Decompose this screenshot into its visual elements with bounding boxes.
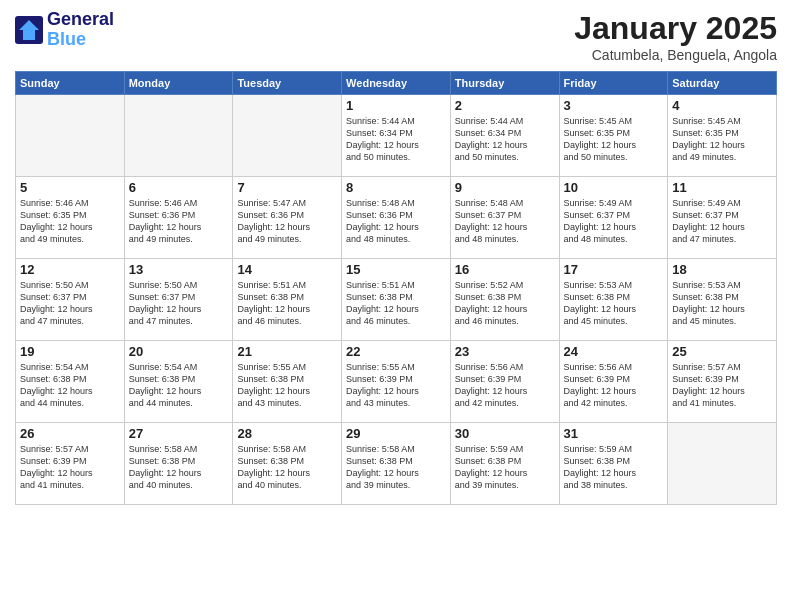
day-number: 18 (672, 262, 772, 277)
day-info: Sunrise: 5:58 AM Sunset: 6:38 PM Dayligh… (346, 443, 446, 492)
location-title: Catumbela, Benguela, Angola (574, 47, 777, 63)
day-info: Sunrise: 5:46 AM Sunset: 6:35 PM Dayligh… (20, 197, 120, 246)
calendar-cell: 23Sunrise: 5:56 AM Sunset: 6:39 PM Dayli… (450, 341, 559, 423)
day-info: Sunrise: 5:59 AM Sunset: 6:38 PM Dayligh… (564, 443, 664, 492)
calendar-cell: 24Sunrise: 5:56 AM Sunset: 6:39 PM Dayli… (559, 341, 668, 423)
calendar-cell: 7Sunrise: 5:47 AM Sunset: 6:36 PM Daylig… (233, 177, 342, 259)
day-info: Sunrise: 5:49 AM Sunset: 6:37 PM Dayligh… (672, 197, 772, 246)
day-info: Sunrise: 5:51 AM Sunset: 6:38 PM Dayligh… (346, 279, 446, 328)
weekday-header: Tuesday (233, 72, 342, 95)
weekday-header: Sunday (16, 72, 125, 95)
day-number: 15 (346, 262, 446, 277)
calendar-cell: 3Sunrise: 5:45 AM Sunset: 6:35 PM Daylig… (559, 95, 668, 177)
calendar-cell: 20Sunrise: 5:54 AM Sunset: 6:38 PM Dayli… (124, 341, 233, 423)
calendar-week-row: 26Sunrise: 5:57 AM Sunset: 6:39 PM Dayli… (16, 423, 777, 505)
day-info: Sunrise: 5:54 AM Sunset: 6:38 PM Dayligh… (20, 361, 120, 410)
day-number: 17 (564, 262, 664, 277)
header: General Blue January 2025 Catumbela, Ben… (15, 10, 777, 63)
day-number: 9 (455, 180, 555, 195)
day-info: Sunrise: 5:47 AM Sunset: 6:36 PM Dayligh… (237, 197, 337, 246)
day-number: 4 (672, 98, 772, 113)
calendar-cell: 25Sunrise: 5:57 AM Sunset: 6:39 PM Dayli… (668, 341, 777, 423)
day-info: Sunrise: 5:56 AM Sunset: 6:39 PM Dayligh… (455, 361, 555, 410)
day-info: Sunrise: 5:52 AM Sunset: 6:38 PM Dayligh… (455, 279, 555, 328)
calendar-cell: 26Sunrise: 5:57 AM Sunset: 6:39 PM Dayli… (16, 423, 125, 505)
day-number: 19 (20, 344, 120, 359)
day-number: 22 (346, 344, 446, 359)
calendar-cell: 29Sunrise: 5:58 AM Sunset: 6:38 PM Dayli… (342, 423, 451, 505)
day-info: Sunrise: 5:55 AM Sunset: 6:38 PM Dayligh… (237, 361, 337, 410)
day-number: 6 (129, 180, 229, 195)
calendar-cell: 11Sunrise: 5:49 AM Sunset: 6:37 PM Dayli… (668, 177, 777, 259)
calendar-cell: 14Sunrise: 5:51 AM Sunset: 6:38 PM Dayli… (233, 259, 342, 341)
calendar-cell: 2Sunrise: 5:44 AM Sunset: 6:34 PM Daylig… (450, 95, 559, 177)
calendar-cell: 5Sunrise: 5:46 AM Sunset: 6:35 PM Daylig… (16, 177, 125, 259)
weekday-header: Thursday (450, 72, 559, 95)
day-info: Sunrise: 5:58 AM Sunset: 6:38 PM Dayligh… (129, 443, 229, 492)
calendar-cell: 16Sunrise: 5:52 AM Sunset: 6:38 PM Dayli… (450, 259, 559, 341)
day-number: 10 (564, 180, 664, 195)
calendar-cell: 27Sunrise: 5:58 AM Sunset: 6:38 PM Dayli… (124, 423, 233, 505)
logo: General Blue (15, 10, 114, 50)
day-number: 20 (129, 344, 229, 359)
day-info: Sunrise: 5:54 AM Sunset: 6:38 PM Dayligh… (129, 361, 229, 410)
day-number: 3 (564, 98, 664, 113)
day-info: Sunrise: 5:48 AM Sunset: 6:36 PM Dayligh… (346, 197, 446, 246)
calendar-cell (233, 95, 342, 177)
day-number: 25 (672, 344, 772, 359)
calendar: SundayMondayTuesdayWednesdayThursdayFrid… (15, 71, 777, 505)
calendar-cell: 31Sunrise: 5:59 AM Sunset: 6:38 PM Dayli… (559, 423, 668, 505)
title-block: January 2025 Catumbela, Benguela, Angola (574, 10, 777, 63)
day-number: 13 (129, 262, 229, 277)
calendar-cell (668, 423, 777, 505)
calendar-cell: 10Sunrise: 5:49 AM Sunset: 6:37 PM Dayli… (559, 177, 668, 259)
day-number: 11 (672, 180, 772, 195)
calendar-week-row: 19Sunrise: 5:54 AM Sunset: 6:38 PM Dayli… (16, 341, 777, 423)
day-info: Sunrise: 5:58 AM Sunset: 6:38 PM Dayligh… (237, 443, 337, 492)
calendar-cell: 1Sunrise: 5:44 AM Sunset: 6:34 PM Daylig… (342, 95, 451, 177)
day-number: 26 (20, 426, 120, 441)
day-number: 21 (237, 344, 337, 359)
day-info: Sunrise: 5:45 AM Sunset: 6:35 PM Dayligh… (672, 115, 772, 164)
day-info: Sunrise: 5:56 AM Sunset: 6:39 PM Dayligh… (564, 361, 664, 410)
calendar-cell: 4Sunrise: 5:45 AM Sunset: 6:35 PM Daylig… (668, 95, 777, 177)
day-info: Sunrise: 5:50 AM Sunset: 6:37 PM Dayligh… (129, 279, 229, 328)
calendar-cell: 28Sunrise: 5:58 AM Sunset: 6:38 PM Dayli… (233, 423, 342, 505)
day-info: Sunrise: 5:53 AM Sunset: 6:38 PM Dayligh… (672, 279, 772, 328)
day-number: 2 (455, 98, 555, 113)
weekday-header: Saturday (668, 72, 777, 95)
day-info: Sunrise: 5:55 AM Sunset: 6:39 PM Dayligh… (346, 361, 446, 410)
day-info: Sunrise: 5:50 AM Sunset: 6:37 PM Dayligh… (20, 279, 120, 328)
day-info: Sunrise: 5:44 AM Sunset: 6:34 PM Dayligh… (346, 115, 446, 164)
calendar-week-row: 1Sunrise: 5:44 AM Sunset: 6:34 PM Daylig… (16, 95, 777, 177)
page: General Blue January 2025 Catumbela, Ben… (0, 0, 792, 612)
day-number: 31 (564, 426, 664, 441)
day-number: 28 (237, 426, 337, 441)
day-number: 7 (237, 180, 337, 195)
calendar-cell: 22Sunrise: 5:55 AM Sunset: 6:39 PM Dayli… (342, 341, 451, 423)
calendar-week-row: 12Sunrise: 5:50 AM Sunset: 6:37 PM Dayli… (16, 259, 777, 341)
day-info: Sunrise: 5:59 AM Sunset: 6:38 PM Dayligh… (455, 443, 555, 492)
day-number: 8 (346, 180, 446, 195)
calendar-cell: 6Sunrise: 5:46 AM Sunset: 6:36 PM Daylig… (124, 177, 233, 259)
day-info: Sunrise: 5:46 AM Sunset: 6:36 PM Dayligh… (129, 197, 229, 246)
day-number: 12 (20, 262, 120, 277)
day-number: 1 (346, 98, 446, 113)
day-number: 5 (20, 180, 120, 195)
day-number: 29 (346, 426, 446, 441)
month-title: January 2025 (574, 10, 777, 47)
day-info: Sunrise: 5:48 AM Sunset: 6:37 PM Dayligh… (455, 197, 555, 246)
calendar-cell (124, 95, 233, 177)
calendar-cell: 17Sunrise: 5:53 AM Sunset: 6:38 PM Dayli… (559, 259, 668, 341)
calendar-header-row: SundayMondayTuesdayWednesdayThursdayFrid… (16, 72, 777, 95)
day-number: 16 (455, 262, 555, 277)
day-info: Sunrise: 5:51 AM Sunset: 6:38 PM Dayligh… (237, 279, 337, 328)
calendar-cell: 21Sunrise: 5:55 AM Sunset: 6:38 PM Dayli… (233, 341, 342, 423)
day-info: Sunrise: 5:45 AM Sunset: 6:35 PM Dayligh… (564, 115, 664, 164)
calendar-cell (16, 95, 125, 177)
calendar-cell: 13Sunrise: 5:50 AM Sunset: 6:37 PM Dayli… (124, 259, 233, 341)
day-info: Sunrise: 5:57 AM Sunset: 6:39 PM Dayligh… (672, 361, 772, 410)
calendar-cell: 19Sunrise: 5:54 AM Sunset: 6:38 PM Dayli… (16, 341, 125, 423)
day-number: 14 (237, 262, 337, 277)
day-info: Sunrise: 5:49 AM Sunset: 6:37 PM Dayligh… (564, 197, 664, 246)
